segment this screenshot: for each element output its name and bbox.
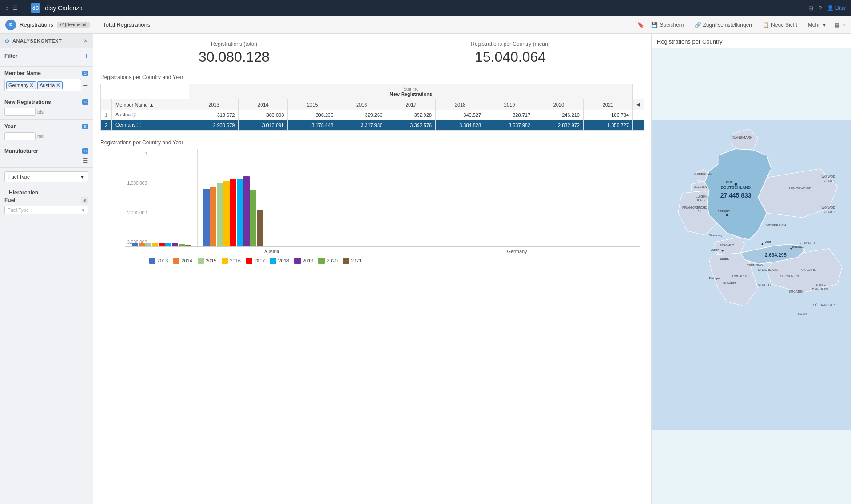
legend-label-2017: 2017 [254,258,265,263]
svg-text:SCHWEIZ: SCHWEIZ [720,244,735,247]
fuel-hierarchy-dropdown[interactable]: Fuel Type ▼ [4,206,88,214]
mean-stat-card: Registrations per Country (mean) 15.040.… [377,41,644,65]
close-icon[interactable]: ✕ [83,37,88,44]
member-name-section: Member Name S Germany ✕ Austria ✕ ☰ [0,67,93,95]
germany-2021: 1.856.727 [583,120,632,131]
svg-text:WOIWOD-: WOIWOD- [821,175,836,178]
svg-text:SCHAFT: SCHAFT [823,179,835,183]
germany-2019: 3.537.982 [485,120,534,131]
summe-header: Summe New Registrations [189,84,633,99]
svg-text:TSCHECHIEN: TSCHECHIEN [788,186,811,190]
manufacturer-section: Manufacturer S ☰ [0,144,93,168]
svg-text:ITALIEN: ITALIEN [723,281,736,285]
fuel-hier-icon: ⊕ [81,197,88,204]
bar-germany-2019 [243,176,250,246]
new-view-button[interactable]: 📋 Neue Sicht [759,20,801,29]
secondbar-actions: 🔖 💾 Speichern 🔗 Zugriffseinstellungen 📋 … [637,20,846,29]
legend-2017: 2017 [246,258,265,264]
layout-icon[interactable]: ▦ [834,22,839,28]
fuel-hierarchy-section: Fuel ⊕ Fuel Type ▼ [0,197,93,218]
bar-austria-2014 [139,243,145,246]
manufacturer-badge: S [82,148,88,154]
hierarchien-label: Hierarchien [4,186,43,198]
main-layout: ⚙ ANALYSEKONTEXT ✕ Filter + Member Name … [0,34,851,504]
view-title[interactable]: Total Registrations [103,21,150,28]
version-badge: v2 [Bearbeitet] [57,22,90,28]
list-icon[interactable]: ☰ [83,82,88,89]
legend-color-2014 [173,258,179,264]
topbar-icons: ⊞ ? 👤 Disy [808,5,846,12]
map-area[interactable]: 27.445.833 2.634.295 NIEDERLAN BELGIEN F… [652,48,851,502]
save-button[interactable]: 💾 Speichern [648,20,687,29]
austria-arrow-cell [633,110,644,120]
fuel-chevron-icon: ▼ [81,208,85,213]
bar-austria-2015 [145,243,151,246]
map-panel: Registrations per Country [651,34,851,504]
col-2016: 2016 [337,99,386,110]
svg-text:NIEDERLAN: NIEDERLAN [694,173,712,176]
member-badge: S [82,71,88,76]
user-icon[interactable]: 👤 Disy [827,5,846,11]
legend-color-2021 [343,258,349,264]
bar-germany-2016 [223,181,230,246]
col-arrow[interactable]: ◀ [633,99,644,110]
svg-text:TRENTINO: TRENTINO [747,264,763,267]
topbar: ⌂ ☰ dC disy Cadenza ⊞ ? 👤 Disy [0,0,851,16]
grid-icon[interactable]: ⊞ [808,5,813,12]
germany-tag[interactable]: Germany ✕ [6,81,36,89]
col-2018: 2018 [436,99,485,110]
chart-title: Registrations per Country and Year [100,139,644,146]
legend-label-2015: 2015 [206,258,216,263]
fuel-type-dropdown[interactable]: Fuel Type ▼ [4,171,88,182]
sidebar-title: ANALYSEKONTEXT [12,38,62,44]
analyze-icon: ⚙ [4,38,10,44]
member-name-label: Member Name [4,70,41,76]
svg-point-21 [735,183,737,186]
bar-austria-2017 [159,243,165,246]
access-button[interactable]: 🔗 Zugriffseinstellungen [691,20,756,29]
new-reg-from-input[interactable] [4,108,36,116]
legend-2015: 2015 [198,258,216,264]
col-2013: 2013 [189,99,239,110]
add-filter-button[interactable]: + [84,52,88,60]
registrations-table: Summe New Registrations Member Name ▲ 20… [100,84,644,131]
chevron-down-icon: ▼ [80,175,84,179]
year-badge: S [82,124,88,129]
year-header: Year S [4,123,88,130]
germany-remove[interactable]: ✕ [29,82,34,88]
austria-label: Austria [40,83,55,88]
austria-remove[interactable]: ✕ [56,82,60,88]
svg-text:SCHAFT: SCHAFT [823,210,835,214]
fuel-hierarchy-header: Fuel ⊕ [4,197,88,204]
austria-2018: 340.527 [436,110,485,120]
legend-color-2020 [318,258,325,264]
x-label-germany: Germany [394,249,640,254]
svg-text:UNGARN: UNGARN [801,268,817,272]
manufacturer-list-icon[interactable]: ☰ [83,157,88,164]
hamburger-icon[interactable]: ☰ [13,5,18,11]
member-search-input[interactable] [64,83,80,88]
col-2021: 2021 [583,99,632,110]
svg-point-22 [726,214,728,216]
bar-austria-2013 [132,243,138,246]
austria-tag[interactable]: Austria ✕ [37,81,62,89]
export-icon[interactable]: ≡ [843,22,846,28]
bar-austria-2018 [165,243,171,246]
bar-austria-2016 [152,243,158,246]
legend-label-2019: 2019 [302,258,313,263]
x-label-austria: Austria [149,249,394,254]
map-svg: 27.445.833 2.634.295 NIEDERLAN BELGIEN F… [652,48,851,502]
question-icon[interactable]: ? [819,5,822,12]
legend-2021: 2021 [343,258,362,264]
svg-point-24 [722,250,724,252]
austria-2014: 303.008 [239,110,288,120]
member-filter-tags[interactable]: Germany ✕ Austria ✕ [4,79,81,91]
svg-text:Wien: Wien [764,240,771,243]
legend-color-2015 [198,258,204,264]
year-bis-label: bis [37,134,44,139]
home-icon[interactable]: ⌂ [5,5,8,11]
year-from-input[interactable] [4,132,36,140]
more-button[interactable]: Mehr ▼ [804,20,831,29]
year-range: bis [4,132,88,140]
member-name-header[interactable]: Member Name ▲ [112,99,189,110]
